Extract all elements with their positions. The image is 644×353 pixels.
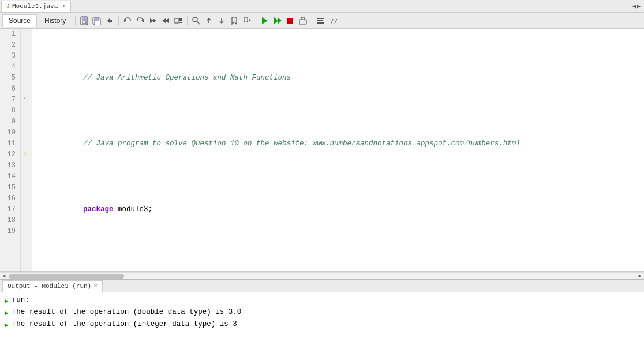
- save-all-btn[interactable]: [91, 15, 103, 27]
- run-icon-3: ▶: [5, 320, 9, 331]
- ln-18: 18: [5, 215, 16, 226]
- ln-2: 2: [5, 40, 16, 51]
- output-tab-close[interactable]: ×: [93, 283, 98, 290]
- output-content: ▶ run: ▶ The result of the operation (do…: [0, 292, 644, 353]
- code-line-4: public class Module3: [37, 259, 644, 271]
- svg-marker-20: [262, 17, 268, 24]
- svg-point-16: [193, 17, 197, 22]
- nav-left-icon[interactable]: ◀: [632, 3, 636, 10]
- line-numbers: 1 2 3 4 5 6 7 8 9 10 11 12 13 14 15 16 1…: [0, 29, 21, 271]
- svg-rect-2: [83, 21, 86, 24]
- svg-marker-11: [162, 18, 166, 23]
- code-editor[interactable]: // Java Arithmetic Operations and Math F…: [32, 29, 644, 271]
- ln-19: 19: [5, 226, 16, 237]
- scroll-left-btn[interactable]: ◀: [1, 273, 6, 279]
- code-text-1: // Java Arithmetic Operations and Math F…: [48, 62, 291, 95]
- ln-10: 10: [5, 127, 16, 138]
- toolbar-sep-3: [187, 16, 188, 26]
- svg-rect-5: [95, 18, 99, 21]
- toolbar-sep-4: [256, 16, 256, 26]
- editor-area: 1 2 3 4 5 6 7 8 9 10 11 12 13 14 15 16 1…: [0, 29, 644, 272]
- output-line-3: ▶ The result of the operation (integer d…: [5, 319, 639, 331]
- code-text-3: package module3;: [48, 193, 152, 226]
- ln-1: 1: [5, 29, 16, 40]
- code-line-2: // Java program to solve Question 10 on …: [37, 127, 644, 160]
- ln-9: 9: [5, 117, 16, 127]
- svg-rect-12: [175, 18, 178, 23]
- ln-13: 13: [5, 160, 16, 171]
- ln-8: 8: [5, 106, 16, 117]
- svg-rect-14: [179, 20, 182, 21]
- toggle-btn[interactable]: [173, 15, 184, 27]
- svg-line-17: [197, 21, 200, 24]
- warning-marker-12: ⚠: [23, 149, 27, 156]
- svg-rect-15: [179, 22, 182, 23]
- toggle-bookmark-btn[interactable]: [229, 15, 240, 27]
- find-next-btn[interactable]: [216, 15, 227, 27]
- undo-btn[interactable]: [122, 15, 133, 27]
- nav-right-icon[interactable]: ▶: [637, 3, 641, 10]
- nav-arrows: ◀ ▶: [632, 3, 643, 10]
- forward-btn[interactable]: [147, 15, 159, 27]
- svg-rect-25: [317, 18, 324, 19]
- svg-marker-18: [232, 17, 237, 24]
- run2-btn[interactable]: [272, 15, 283, 27]
- svg-rect-24: [299, 20, 306, 24]
- svg-rect-1: [82, 17, 87, 20]
- stop-btn[interactable]: [284, 15, 296, 27]
- back-btn[interactable]: [160, 15, 171, 27]
- code-line-1: // Java Arithmetic Operations and Math F…: [37, 62, 644, 95]
- next-bookmark-btn[interactable]: [241, 15, 253, 27]
- toolbar-sep-1: [75, 16, 76, 26]
- run-icon-1: ▶: [5, 296, 9, 307]
- source-tab[interactable]: Source: [2, 14, 37, 27]
- ln-16: 16: [5, 193, 16, 204]
- ln-3: 3: [5, 51, 16, 62]
- svg-marker-19: [244, 17, 248, 22]
- output-text-2: The result of the operation (double data…: [12, 307, 242, 318]
- svg-marker-22: [278, 17, 282, 24]
- scroll-right-btn[interactable]: ▶: [638, 273, 643, 279]
- svg-rect-27: [317, 22, 324, 24]
- toolbar-sep-5: [312, 16, 312, 26]
- ln-7: 7: [5, 95, 16, 106]
- ln-6: 6: [5, 84, 16, 95]
- history-tab[interactable]: History: [38, 14, 72, 27]
- comment-btn[interactable]: //: [328, 15, 339, 27]
- run-icon-2: ▶: [5, 308, 9, 319]
- svg-marker-9: [153, 18, 156, 23]
- search-btn[interactable]: [190, 15, 202, 27]
- build-btn[interactable]: [297, 15, 309, 27]
- file-tab-module3[interactable]: J Module3.java ×: [1, 1, 71, 12]
- output-text-3: The result of the operation (integer dat…: [12, 319, 237, 330]
- toolbar: Source History: [0, 13, 644, 29]
- code-text-4: public class Module3: [48, 259, 170, 271]
- toolbar-sep-2: [118, 16, 119, 26]
- svg-rect-26: [317, 20, 323, 21]
- ln-14: 14: [5, 171, 16, 182]
- output-tab-bar: Output - Module3 (run) ×: [0, 280, 644, 292]
- output-line-4: ▶: [5, 331, 639, 343]
- gutter: ▹ ⚠: [21, 29, 32, 271]
- output-tab-label: Output - Module3 (run): [8, 283, 91, 290]
- ln-11: 11: [5, 138, 16, 149]
- horizontal-scrollbar[interactable]: ◀ ▶: [0, 272, 644, 279]
- run-btn[interactable]: [259, 15, 271, 27]
- tab-close-btn[interactable]: ×: [62, 3, 66, 10]
- ln-5: 5: [5, 73, 16, 84]
- redo-btn[interactable]: [134, 15, 146, 27]
- save-btn[interactable]: [78, 15, 90, 27]
- format-btn[interactable]: [315, 15, 327, 27]
- output-tab[interactable]: Output - Module3 (run) ×: [2, 280, 103, 292]
- code-line-3: package module3;: [37, 193, 644, 226]
- file-tab-label: Module3.java: [12, 3, 58, 10]
- java-file-icon: J: [6, 3, 10, 10]
- ln-17: 17: [5, 204, 16, 215]
- revert-btn[interactable]: [104, 15, 115, 27]
- scroll-thumb[interactable]: [9, 274, 124, 279]
- find-prev-btn[interactable]: [203, 15, 215, 27]
- code-text-2: // Java program to solve Question 10 on …: [48, 127, 521, 160]
- fold-marker-7[interactable]: ▹: [23, 95, 26, 101]
- output-text-1: run:: [12, 295, 29, 306]
- svg-rect-13: [179, 18, 182, 20]
